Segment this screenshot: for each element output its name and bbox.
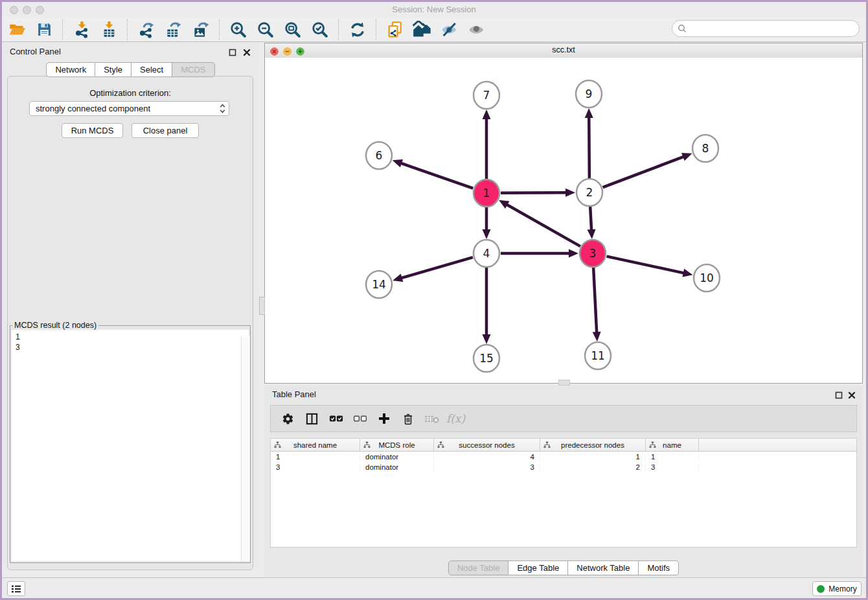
graph-edge-2-8[interactable] — [603, 156, 685, 187]
graph-edge-4-14[interactable] — [400, 257, 473, 278]
memory-button[interactable]: Memory — [812, 581, 862, 596]
network-canvas[interactable]: 7968124314101511 — [265, 58, 862, 383]
export-network-icon[interactable] — [133, 19, 160, 41]
delete-row-icon[interactable] — [396, 408, 420, 430]
graph-node-15[interactable]: 15 — [474, 345, 499, 372]
graph-node-10[interactable]: 10 — [694, 264, 720, 292]
graph-edge-arrow — [483, 110, 491, 119]
table-cell[interactable]: 3 — [434, 463, 540, 471]
criterion-value: strongly connected component — [30, 104, 217, 113]
search-field[interactable] — [672, 20, 860, 37]
table-row[interactable]: 1dominator411 — [271, 452, 856, 462]
main-titlebar: Session: New Session — [2, 2, 866, 17]
graph-edge-2-9[interactable] — [589, 116, 589, 178]
svg-text:14: 14 — [372, 278, 386, 291]
graph-node-8[interactable]: 8 — [692, 135, 718, 162]
table-cell[interactable]: 1 — [540, 453, 646, 461]
run-mcds-button[interactable]: Run MCDS — [62, 123, 123, 138]
export-table-icon[interactable] — [160, 19, 187, 41]
graph-edge-3-10[interactable] — [607, 257, 685, 273]
graph-node-4[interactable]: 4 — [474, 240, 499, 267]
vertical-splitter-handle[interactable] — [259, 297, 265, 315]
apply-layout-icon[interactable] — [344, 19, 371, 41]
import-table-icon[interactable] — [95, 19, 122, 41]
table-cell[interactable]: dominator — [360, 463, 434, 471]
import-network-icon[interactable] — [68, 19, 95, 41]
show-hidden-icon[interactable] — [463, 19, 490, 41]
new-network-icon[interactable] — [382, 19, 409, 41]
table-cell[interactable]: 1 — [271, 453, 360, 461]
graph-node-11[interactable]: 11 — [585, 342, 611, 369]
close-table-panel-icon[interactable] — [848, 390, 856, 398]
column-header-MCDS-role[interactable]: MCDS role — [360, 439, 434, 451]
column-header-shared-name[interactable]: shared name — [271, 439, 360, 451]
network-window-titlebar[interactable]: scc.txt — [265, 43, 862, 58]
table-row[interactable]: 3dominator323 — [271, 462, 856, 472]
search-icon — [678, 24, 687, 33]
graph-edge-arrow — [393, 273, 403, 281]
export-image-icon[interactable] — [187, 19, 214, 41]
table-cell[interactable]: 1 — [646, 453, 699, 461]
network-view-title: scc.txt — [265, 45, 862, 54]
memory-label: Memory — [828, 584, 856, 594]
task-history-button[interactable] — [7, 581, 25, 596]
table-cell[interactable]: 3 — [646, 463, 699, 471]
table-settings-icon[interactable] — [276, 408, 300, 430]
graph-edge-1-6[interactable] — [400, 163, 473, 189]
search-input[interactable] — [692, 23, 854, 34]
zoom-fit-icon[interactable] — [279, 19, 306, 41]
close-panel-button[interactable]: Close panel — [131, 123, 199, 138]
graph-edge-3-1[interactable] — [506, 204, 580, 246]
graph-node-6[interactable]: 6 — [366, 142, 392, 169]
network-graph: 7968124314101511 — [265, 58, 862, 383]
tab-network[interactable]: Network — [46, 62, 95, 77]
graph-node-1[interactable]: 1 — [474, 179, 499, 207]
table-cell[interactable]: 4 — [434, 453, 540, 461]
graph-edge-3-11[interactable] — [593, 268, 597, 334]
tab-style[interactable]: Style — [95, 62, 131, 77]
close-panel-icon[interactable] — [243, 47, 251, 56]
table-cell[interactable]: 3 — [271, 463, 360, 471]
graph-edge-1-2[interactable] — [501, 192, 567, 193]
save-session-icon[interactable] — [30, 19, 58, 41]
show-all-icon[interactable] — [409, 19, 436, 41]
zoom-selected-icon[interactable] — [306, 19, 334, 41]
graph-edge-arrow — [483, 229, 491, 239]
column-header-successor-nodes[interactable]: successor nodes — [434, 439, 540, 451]
float-table-panel-icon[interactable] — [835, 390, 843, 398]
svg-text:6: 6 — [376, 149, 383, 162]
hide-selected-icon[interactable] — [436, 19, 463, 41]
graph-node-3[interactable]: 3 — [580, 240, 606, 267]
toolbar-separator — [219, 19, 220, 40]
zoom-in-icon[interactable] — [225, 19, 252, 41]
table-tab-motifs[interactable]: Motifs — [639, 560, 679, 575]
sort-hierarchy-icon — [649, 441, 656, 448]
add-row-icon[interactable] — [372, 408, 396, 430]
graph-node-14[interactable]: 14 — [366, 271, 392, 298]
graph-node-7[interactable]: 7 — [474, 82, 499, 109]
table-cell[interactable]: 2 — [540, 463, 646, 471]
result-scrollbar[interactable] — [241, 336, 250, 561]
column-header-predecessor-nodes[interactable]: predecessor nodes — [540, 439, 646, 451]
graph-edge-2-3[interactable] — [590, 207, 591, 231]
horizontal-splitter-handle[interactable] — [558, 380, 570, 386]
deselect-all-icon[interactable] — [348, 408, 372, 430]
zoom-out-icon[interactable] — [252, 19, 279, 41]
criterion-dropdown[interactable]: strongly connected component — [29, 101, 229, 116]
sort-hierarchy-icon — [437, 441, 444, 448]
tab-mcds[interactable]: MCDS — [172, 62, 214, 77]
column-header-name[interactable]: name — [646, 439, 699, 451]
float-panel-icon[interactable] — [229, 47, 237, 56]
table-cell[interactable]: dominator — [360, 453, 434, 461]
graph-node-9[interactable]: 9 — [576, 80, 602, 108]
table-tab-edge-table[interactable]: Edge Table — [508, 560, 568, 575]
graph-node-2[interactable]: 2 — [577, 179, 602, 206]
svg-text:4: 4 — [483, 247, 490, 260]
open-file-icon[interactable] — [3, 19, 30, 41]
sort-hierarchy-icon — [363, 441, 371, 448]
tab-select[interactable]: Select — [131, 62, 172, 77]
select-all-icon[interactable] — [324, 408, 348, 430]
show-column-icon[interactable] — [300, 408, 324, 430]
table-tab-node-table[interactable]: Node Table — [448, 560, 509, 575]
table-tab-network-table[interactable]: Network Table — [568, 560, 639, 575]
